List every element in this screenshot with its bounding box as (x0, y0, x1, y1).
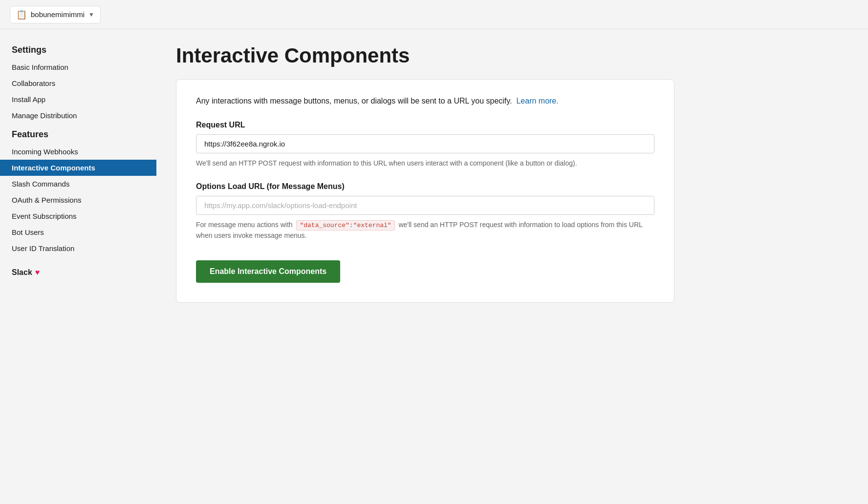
options-load-hint-part1: For message menu actions with (196, 221, 293, 229)
dropdown-arrow-icon: ▼ (88, 11, 94, 18)
heart-icon: ♥ (35, 268, 40, 277)
workspace-selector[interactable]: 📋 bobunemimimmi ▼ (10, 6, 101, 23)
app-wrapper: 📋 bobunemimimmi ▼ Settings Basic Informa… (0, 0, 868, 504)
workspace-name: bobunemimimmi (31, 10, 85, 19)
options-load-url-input[interactable] (196, 196, 654, 215)
features-section-title: Features (0, 124, 156, 144)
sidebar-item-slash-commands[interactable]: Slash Commands (0, 176, 156, 192)
content-area: Interactive Components Any interactions … (156, 29, 868, 504)
enable-interactive-components-button[interactable]: Enable Interactive Components (196, 260, 340, 283)
sidebar-item-install-app[interactable]: Install App (0, 91, 156, 107)
sidebar-item-interactive-components[interactable]: Interactive Components (0, 160, 156, 176)
options-load-url-label: Options Load URL (for Message Menus) (196, 182, 654, 191)
request-url-label: Request URL (196, 121, 654, 129)
sidebar-item-event-subscriptions[interactable]: Event Subscriptions (0, 208, 156, 224)
main-card: Any interactions with message buttons, m… (176, 79, 674, 303)
request-url-input[interactable] (196, 134, 654, 153)
sidebar-item-manage-distribution[interactable]: Manage Distribution (0, 107, 156, 124)
request-url-hint: We'll send an HTTP POST request with inf… (196, 158, 654, 168)
description-text: Any interactions with message buttons, m… (196, 97, 512, 105)
top-bar: 📋 bobunemimimmi ▼ (0, 0, 868, 29)
page-title: Interactive Components (176, 44, 848, 67)
sidebar-item-user-id-translation[interactable]: User ID Translation (0, 240, 156, 256)
sidebar-item-oauth-permissions[interactable]: OAuth & Permissions (0, 192, 156, 208)
request-url-section: Request URL We'll send an HTTP POST requ… (196, 121, 654, 168)
sidebar-item-basic-information[interactable]: Basic Information (0, 59, 156, 75)
sidebar-item-collaborators[interactable]: Collaborators (0, 75, 156, 91)
sidebar-item-bot-users[interactable]: Bot Users (0, 224, 156, 240)
learn-more-link[interactable]: Learn more. (516, 97, 558, 105)
workspace-emoji: 📋 (16, 9, 27, 20)
card-description: Any interactions with message buttons, m… (196, 95, 654, 107)
data-source-code-badge: "data_source":"external" (296, 220, 394, 231)
sidebar-item-incoming-webhooks[interactable]: Incoming Webhooks (0, 144, 156, 160)
brand-name: Slack (12, 268, 32, 277)
sidebar: Settings Basic Information Collaborators… (0, 29, 156, 504)
sidebar-footer: Slack ♥ (0, 256, 156, 277)
settings-section-title: Settings (0, 39, 156, 59)
options-load-hint: For message menu actions with "data_sour… (196, 220, 654, 241)
options-load-url-section: Options Load URL (for Message Menus) For… (196, 182, 654, 241)
main-layout: Settings Basic Information Collaborators… (0, 29, 868, 504)
